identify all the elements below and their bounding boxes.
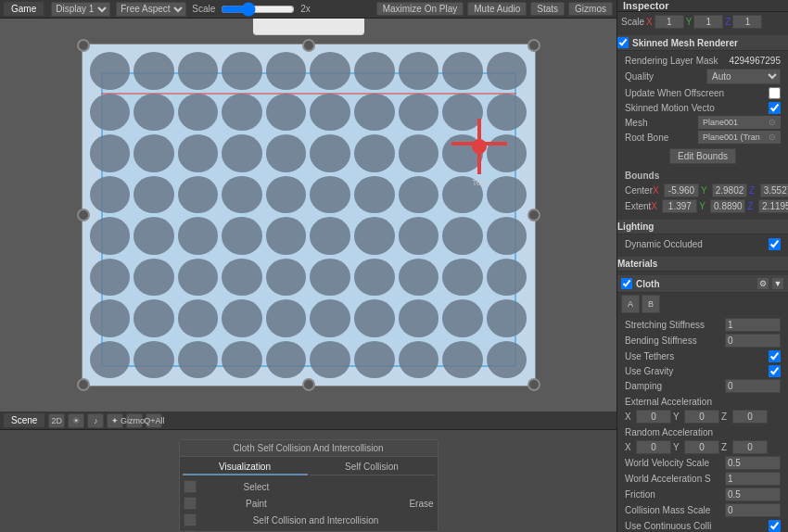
- edit-bounds-btn[interactable]: Edit Bounds: [669, 148, 736, 164]
- rnd-y-input[interactable]: [684, 440, 719, 454]
- q-all-btn[interactable]: Q+All: [146, 413, 162, 428]
- dynamic-occluded-row: Dynamic Occluded: [621, 236, 784, 251]
- dot: [399, 134, 439, 172]
- rendering-layer-label: Rendering Layer Mask: [625, 56, 729, 66]
- cloth-tab-self-collision[interactable]: Self Collision: [310, 460, 435, 475]
- mesh-ref[interactable]: Plane001 ⊙: [698, 116, 781, 129]
- mute-audio-btn[interactable]: Mute Audio: [467, 2, 527, 16]
- skinned-motion-checkbox[interactable]: [769, 102, 781, 114]
- cloth-checkbox[interactable]: [621, 278, 632, 289]
- quality-select[interactable]: Auto: [706, 69, 781, 84]
- update-offscreen-checkbox[interactable]: [769, 87, 781, 99]
- skinned-mesh-checkbox[interactable]: [617, 37, 629, 48]
- mesh-val: Plane001: [703, 118, 738, 127]
- ext-x-input[interactable]: [636, 410, 671, 424]
- handle-tl[interactable]: [77, 39, 90, 52]
- cloth-header[interactable]: Cloth ⚙ ▼: [617, 275, 788, 293]
- stretching-input[interactable]: [725, 318, 781, 332]
- scale-x-input[interactable]: [655, 15, 684, 29]
- extent-y-input[interactable]: 0.8890: [710, 199, 745, 213]
- cloth-intercollision-btn[interactable]: [184, 513, 197, 526]
- center-x-input[interactable]: -5.960: [664, 184, 699, 197]
- rnd-z-input[interactable]: [732, 440, 768, 454]
- scale-y-input[interactable]: [693, 15, 723, 29]
- dot: [222, 259, 262, 297]
- dot: [354, 341, 395, 379]
- dot: [399, 52, 439, 90]
- update-offscreen-row: Update When Offscreen: [621, 85, 784, 100]
- bending-label: Bending Stiffness: [625, 336, 725, 346]
- game-tab[interactable]: Game: [4, 2, 44, 16]
- use-tethers-checkbox[interactable]: [769, 350, 781, 362]
- cloth-row-backfaces: Manipulate Backfaces: [180, 528, 438, 532]
- display-select[interactable]: Display 1: [51, 2, 110, 17]
- skinned-mesh-header[interactable]: Skinned Mesh Renderer: [617, 35, 788, 51]
- maximize-on-play-btn[interactable]: Maximize On Play: [376, 2, 464, 16]
- dot: [222, 94, 262, 132]
- center-z-input[interactable]: 3.5527: [760, 184, 788, 197]
- world-accel-input[interactable]: [725, 472, 781, 486]
- handle-bl[interactable]: [77, 378, 90, 391]
- dot: [266, 134, 307, 172]
- dot: [266, 94, 307, 132]
- cloth-paint-btn[interactable]: [184, 497, 197, 510]
- bottom-area: Cloth Self Collision And Intercollision …: [0, 430, 616, 532]
- dynamic-occluded-checkbox[interactable]: [769, 238, 781, 250]
- rnd-xyz-row: X Y Z: [621, 439, 784, 455]
- bending-input[interactable]: [725, 334, 781, 348]
- external-accel-label: External Acceleration: [625, 397, 781, 407]
- use-continuous-checkbox[interactable]: [769, 520, 781, 532]
- cloth-tab-visualization[interactable]: Visualization: [183, 460, 308, 475]
- root-bone-ref[interactable]: Plane001 (Tran ⊙: [698, 131, 781, 144]
- lights-btn[interactable]: ☀: [68, 413, 84, 428]
- inspector-panel: Inspector Scale X Y Z Skinned Mesh Rende…: [616, 0, 788, 532]
- handle-br[interactable]: [527, 378, 540, 391]
- extent-z-input[interactable]: 2.1195: [758, 199, 788, 213]
- dot: [90, 94, 131, 132]
- dot: [399, 94, 439, 132]
- dot: [133, 52, 174, 90]
- cloth-icon1[interactable]: ⚙: [756, 277, 769, 290]
- handle-tr[interactable]: [527, 39, 540, 52]
- handle-tc[interactable]: [302, 39, 315, 52]
- materials-header[interactable]: Materials: [617, 257, 788, 272]
- handle-lc[interactable]: [77, 209, 90, 222]
- cloth-erase-label: Erase: [317, 499, 434, 509]
- world-vel-input[interactable]: [725, 456, 781, 470]
- use-tethers-label: Use Tethers: [625, 351, 769, 361]
- 2d-btn[interactable]: 2D: [48, 413, 65, 428]
- friction-input[interactable]: [725, 488, 781, 501]
- damping-row: Damping: [621, 378, 784, 394]
- stitch-btn2[interactable]: B: [642, 295, 660, 313]
- scale-slider[interactable]: [221, 5, 295, 14]
- skinned-mesh-title: Skinned Mesh Renderer: [632, 38, 788, 48]
- lighting-header[interactable]: Lighting: [617, 220, 788, 234]
- scene-tab[interactable]: Scene: [4, 413, 44, 427]
- dot: [133, 341, 174, 379]
- gizmos-btn[interactable]: Gizmos: [568, 2, 613, 16]
- stats-btn[interactable]: Stats: [530, 2, 565, 16]
- damping-input[interactable]: [725, 379, 781, 393]
- rnd-xyz: X Y Z: [625, 440, 768, 454]
- ext-y-input[interactable]: [684, 410, 719, 424]
- cloth-icon2[interactable]: ▼: [771, 277, 784, 290]
- audio-btn[interactable]: ♪: [87, 413, 104, 428]
- aspect-select[interactable]: Free Aspect: [116, 2, 186, 17]
- use-gravity-checkbox[interactable]: [769, 365, 781, 377]
- cloth-select-btn[interactable]: [184, 480, 197, 493]
- handle-rc[interactable]: [527, 209, 540, 222]
- friction-row: Friction: [621, 487, 784, 502]
- bounds-extent-row: Extent X 1.397 Y 0.8890 Z 2.1195: [621, 198, 784, 214]
- collision-mass-input[interactable]: [725, 503, 781, 517]
- ext-z-input[interactable]: [732, 410, 768, 424]
- scale-z-input[interactable]: [732, 15, 762, 29]
- stitch-btn1[interactable]: A: [621, 295, 640, 313]
- scene-gizmos-btn[interactable]: Gizmos: [126, 413, 143, 428]
- dot: [178, 299, 219, 337]
- center-y-input[interactable]: 2.9802: [712, 184, 747, 197]
- handle-bc[interactable]: [302, 378, 315, 391]
- rnd-x-input[interactable]: [636, 440, 671, 454]
- extent-x-input[interactable]: 1.397: [662, 199, 697, 213]
- main-layout: Game Display 1 Free Aspect Scale 2x Maxi…: [0, 0, 788, 532]
- dot: [222, 217, 262, 255]
